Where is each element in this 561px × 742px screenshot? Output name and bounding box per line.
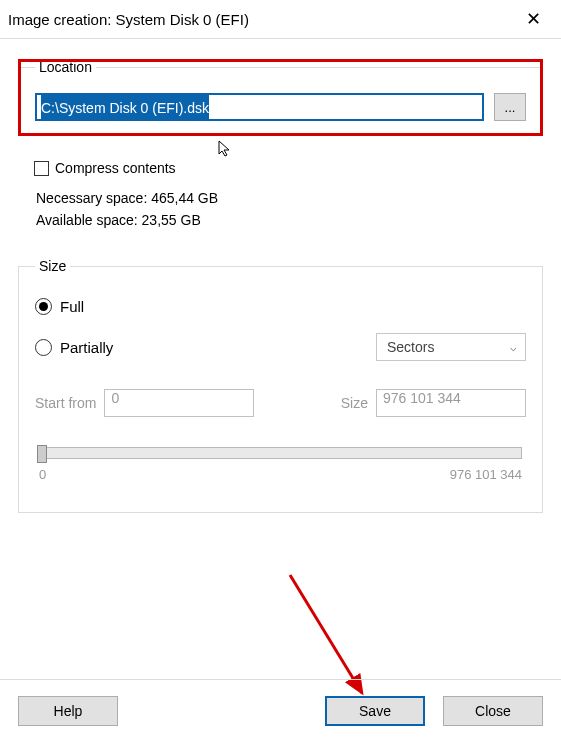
slider-min-label: 0 [39, 467, 46, 482]
chevron-down-icon: ⌵ [510, 341, 517, 354]
partial-radio[interactable] [35, 339, 52, 356]
ellipsis-icon: ... [505, 100, 516, 115]
help-button[interactable]: Help [18, 696, 118, 726]
partial-label: Partially [60, 339, 113, 356]
start-from-label: Start from [35, 395, 96, 411]
dialog-content: Location C:\System Disk 0 (EFI).dsk ... … [0, 39, 561, 513]
close-icon[interactable]: ✕ [520, 8, 547, 30]
necessary-space-label: Necessary space: 465,44 GB [34, 190, 527, 206]
close-button[interactable]: Close [443, 696, 543, 726]
save-button[interactable]: Save [325, 696, 425, 726]
slider-max-label: 976 101 344 [450, 467, 522, 482]
location-legend: Location [35, 59, 96, 75]
slider-thumb[interactable] [37, 445, 47, 463]
unit-select[interactable]: Sectors ⌵ [376, 333, 526, 361]
unit-selected: Sectors [387, 339, 434, 355]
compress-checkbox[interactable] [34, 161, 49, 176]
svg-line-0 [290, 575, 362, 693]
size-legend: Size [35, 258, 70, 274]
start-from-input[interactable]: 0 [104, 389, 254, 417]
window-title: Image creation: System Disk 0 (EFI) [8, 11, 249, 28]
size-input[interactable]: 976 101 344 [376, 389, 526, 417]
button-bar: Help Save Close [0, 679, 561, 742]
slider-track[interactable] [39, 447, 522, 459]
partial-radio-row[interactable]: Partially [35, 339, 113, 356]
location-path-text: C:\System Disk 0 (EFI).dsk [41, 95, 209, 121]
full-radio-row[interactable]: Full [35, 298, 526, 315]
location-group: Location C:\System Disk 0 (EFI).dsk ... [18, 59, 543, 136]
location-extra: Compress contents Necessary space: 465,4… [18, 146, 543, 228]
titlebar: Image creation: System Disk 0 (EFI) ✕ [0, 0, 561, 39]
compress-label: Compress contents [55, 160, 176, 176]
size-group: Size Full Partially Sectors ⌵ Start from… [18, 258, 543, 513]
full-radio[interactable] [35, 298, 52, 315]
location-path-input[interactable]: C:\System Disk 0 (EFI).dsk [35, 93, 484, 121]
browse-button[interactable]: ... [494, 93, 526, 121]
size-label: Size [341, 395, 368, 411]
available-space-label: Available space: 23,55 GB [34, 212, 527, 228]
size-slider[interactable]: 0 976 101 344 [39, 447, 522, 482]
full-label: Full [60, 298, 84, 315]
compress-checkbox-row[interactable]: Compress contents [34, 160, 527, 176]
